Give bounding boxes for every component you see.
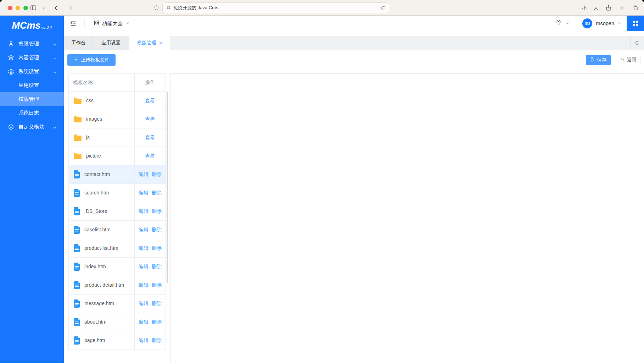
table-row[interactable]: product-list.htm编辑删除 <box>69 239 166 258</box>
sidebar-subitem-template-manage[interactable]: 模版管理 <box>0 92 64 106</box>
tab-overview-icon[interactable] <box>632 5 638 11</box>
action-link[interactable]: 删除 <box>152 190 162 196</box>
file-name: about.htm <box>84 319 106 326</box>
folder-icon <box>73 115 82 123</box>
table-row[interactable]: picture查看 <box>69 147 166 165</box>
text-larger-button[interactable]: 大 <box>594 5 598 11</box>
chevron-down-icon[interactable] <box>565 20 570 27</box>
action-link[interactable]: 编辑 <box>139 171 149 178</box>
sidebar-item-label: 权限管理 <box>18 40 52 47</box>
action-link[interactable]: 查看 <box>145 116 155 122</box>
sidebar-item-system[interactable]: 系统设置 <box>0 65 64 78</box>
action-link[interactable]: 编辑 <box>139 208 149 215</box>
chevron-down-icon <box>52 56 57 60</box>
table-row[interactable]: about.htm编辑删除 <box>69 313 166 331</box>
action-link[interactable]: 编辑 <box>139 190 149 196</box>
back-button[interactable] <box>53 5 60 11</box>
close-window-button[interactable] <box>8 6 12 10</box>
action-link[interactable]: 删除 <box>152 264 162 270</box>
return-arrow-icon <box>620 57 625 63</box>
action-link[interactable]: 编辑 <box>139 319 149 325</box>
tab-label: 工作台 <box>71 40 86 46</box>
action-link[interactable]: 编辑 <box>139 337 149 344</box>
action-link[interactable]: 删除 <box>152 301 162 307</box>
action-link[interactable]: 查看 <box>145 153 155 159</box>
username[interactable]: msopen <box>596 21 614 26</box>
action-link[interactable]: 删除 <box>152 245 162 252</box>
table-row[interactable]: product-detail.htm编辑删除 <box>69 276 166 295</box>
table-row[interactable]: index.htm编辑删除 <box>69 258 166 276</box>
action-link[interactable]: 查看 <box>145 134 155 141</box>
save-button[interactable]: 保存 <box>586 55 611 65</box>
new-tab-icon[interactable] <box>619 5 625 11</box>
table-row[interactable]: contact.htm编辑删除 <box>69 165 166 184</box>
file-actions-cell: 编辑删除 <box>135 202 166 220</box>
sidebar-subitem-app-settings[interactable]: 应用设置 <box>0 78 64 92</box>
tab-template-manage[interactable]: 模版管理× <box>129 36 170 50</box>
action-link[interactable]: 编辑 <box>139 227 149 233</box>
file-actions-cell: 编辑删除 <box>135 239 166 257</box>
action-link[interactable]: 删除 <box>152 171 162 178</box>
text-smaller-button[interactable]: 小 <box>582 5 587 11</box>
sidebar-item-label: 系统设置 <box>18 68 52 75</box>
code-editor[interactable] <box>170 73 644 363</box>
template-file-table: 模板名称 操作 css查看images查看js查看picture查看contac… <box>68 73 166 350</box>
hexagon-icon <box>8 124 14 130</box>
table-row[interactable]: images查看 <box>69 110 166 128</box>
sidebar-toggle-icon[interactable] <box>30 4 37 11</box>
sidebar: MCms v5.3.4 权限管理内容管理系统设置应用设置模版管理系统日志自定义模… <box>0 16 64 363</box>
action-link[interactable]: 编辑 <box>139 245 149 252</box>
sidebar-subitem-system-log[interactable]: 系统日志 <box>0 106 64 120</box>
sidebar-item-content[interactable]: 内容管理 <box>0 51 64 65</box>
tab-workbench[interactable]: 工作台 <box>65 36 93 50</box>
action-link[interactable]: 删除 <box>152 282 162 288</box>
file-name: caselist.htm <box>84 226 111 233</box>
reload-icon[interactable] <box>380 5 385 10</box>
avatar[interactable]: ms <box>582 18 592 28</box>
action-link[interactable]: 删除 <box>152 319 162 325</box>
action-link[interactable]: 编辑 <box>139 282 149 288</box>
action-link[interactable]: 删除 <box>152 208 162 215</box>
tab-bar: 工作台应用设置模版管理× <box>64 36 644 50</box>
sidebar-item-label: 内容管理 <box>18 54 52 61</box>
file-list-scrollbar[interactable] <box>167 92 168 283</box>
file-actions-cell: 编辑删除 <box>135 258 166 276</box>
privacy-shield-icon[interactable] <box>153 4 159 11</box>
file-name-cell: product-list.htm <box>69 239 135 257</box>
sidebar-chevron-icon[interactable] <box>42 6 46 10</box>
action-link[interactable]: 删除 <box>152 227 162 233</box>
table-row[interactable]: css查看 <box>69 92 166 110</box>
share-icon[interactable] <box>605 4 612 11</box>
feature-nav[interactable]: 功能大全 <box>94 16 129 31</box>
refresh-tab-button[interactable] <box>630 36 644 50</box>
action-link[interactable]: 删除 <box>152 337 162 344</box>
table-row[interactable]: search.htm编辑删除 <box>69 184 166 202</box>
tab-app-settings[interactable]: 应用设置 <box>93 36 129 50</box>
sidebar-item-permission[interactable]: 权限管理 <box>0 37 64 51</box>
chevron-down-icon[interactable] <box>618 20 622 27</box>
menu-fold-icon[interactable] <box>69 20 77 28</box>
table-row[interactable]: .DS_Store编辑删除 <box>69 202 166 221</box>
file-name-cell: product-detail.htm <box>69 276 135 294</box>
zoom-window-button[interactable] <box>23 6 28 10</box>
action-link[interactable]: 查看 <box>145 98 155 104</box>
apps-grid-button[interactable] <box>627 16 644 31</box>
file-name: search.htm <box>84 189 109 197</box>
table-row[interactable]: message.htm编辑删除 <box>69 295 166 313</box>
action-link[interactable]: 编辑 <box>139 301 149 307</box>
tab-close-icon[interactable]: × <box>159 40 162 46</box>
address-bar[interactable]: 免疫开源的 Java Cms <box>162 2 389 13</box>
theme-skin-icon[interactable] <box>555 20 562 28</box>
minimize-window-button[interactable] <box>16 6 20 10</box>
upload-label: 上传模板文件 <box>81 57 110 63</box>
table-row[interactable]: page.htm编辑删除 <box>69 331 166 350</box>
address-text: 免疫开源的 Java Cms <box>173 5 378 11</box>
table-row[interactable]: caselist.htm编辑删除 <box>69 221 166 239</box>
table-row[interactable]: js查看 <box>69 128 166 147</box>
forward-button[interactable] <box>67 5 74 11</box>
app-logo[interactable]: MCms v5.3.4 <box>0 16 64 35</box>
action-link[interactable]: 编辑 <box>139 264 149 270</box>
sidebar-item-custom-module[interactable]: 自定义模块 <box>0 120 64 134</box>
upload-template-button[interactable]: 上传模板文件 <box>67 54 116 66</box>
back-button[interactable]: 返回 <box>616 55 640 65</box>
